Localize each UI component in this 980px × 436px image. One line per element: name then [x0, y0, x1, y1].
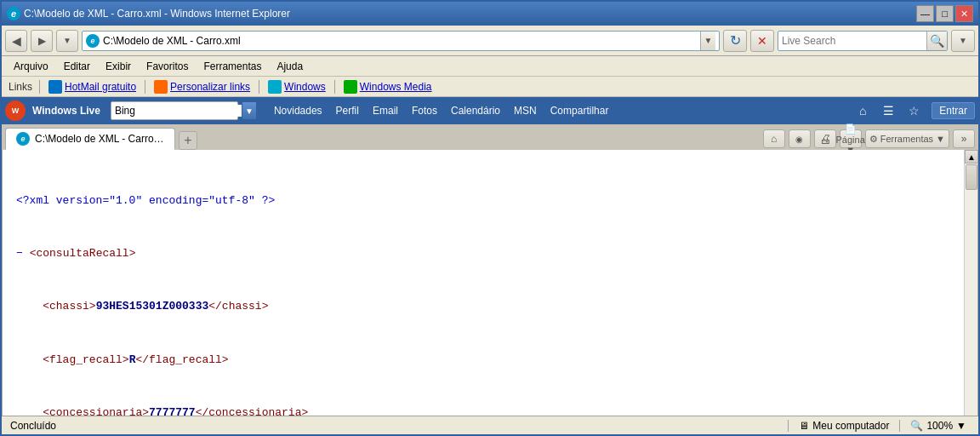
bing-search-wrapper: ▶ — [111, 101, 238, 120]
links-divider — [39, 80, 40, 94]
nav-perfil[interactable]: Perfil — [331, 105, 364, 117]
collapse-icon[interactable]: − — [16, 247, 23, 260]
bing-options-button[interactable]: ▼ — [242, 101, 257, 120]
new-tab-button[interactable]: + — [179, 131, 197, 150]
links-divider4 — [334, 80, 335, 94]
address-bar-wrapper: e ▼ — [82, 31, 720, 51]
menu-ferramentas[interactable]: Ferramentas — [197, 59, 268, 74]
msn-icon-btn-2[interactable]: ☰ — [877, 100, 899, 122]
search-input[interactable] — [778, 35, 926, 47]
status-zone: 🖥 Meu computador — [792, 420, 896, 432]
link-windows[interactable]: Windows — [263, 78, 331, 95]
menu-bar: Arquivo Editar Exibir Favoritos Ferramen… — [2, 56, 978, 77]
wmedia-label: Windows Media — [360, 81, 432, 93]
title-bar: e C:\Modelo de XML - Carro.xml - Windows… — [2, 2, 978, 26]
personalize-label: Personalizar links — [170, 81, 250, 93]
tab-feeds-button[interactable]: ◉ — [789, 129, 811, 148]
window-title: C:\Modelo de XML - Carro.xml - Windows I… — [24, 8, 290, 20]
search-button[interactable]: 🔍 — [926, 32, 947, 50]
title-bar-controls: — □ ✕ — [916, 5, 973, 22]
tab-expand-button[interactable]: » — [953, 129, 975, 148]
windows-live-logo: W — [5, 100, 26, 121]
msn-icon-btn-1[interactable]: ⌂ — [852, 100, 874, 122]
address-dropdown-button[interactable]: ▼ — [700, 32, 715, 50]
tab-label: C:\Modelo de XML - Carro.xml — [35, 133, 164, 145]
entrar-button[interactable]: Entrar — [932, 102, 975, 119]
windows-label: Windows — [284, 81, 326, 93]
xml-content: <?xml version="1.0" encoding="utf-8" ?> … — [16, 157, 964, 434]
menu-exibir[interactable]: Exibir — [99, 59, 138, 74]
title-bar-left: e C:\Modelo de XML - Carro.xml - Windows… — [7, 7, 290, 20]
maximize-button[interactable]: □ — [936, 5, 954, 22]
tab-tools-button[interactable]: ⚙ Ferramentas ▼ — [865, 129, 949, 148]
zone-label: Meu computador — [812, 420, 889, 432]
link-hotmail[interactable]: HotMail gratuito — [43, 78, 141, 95]
ie-icon: e — [7, 7, 20, 20]
tab-print-button[interactable]: 🖨 — [814, 129, 836, 148]
dropdown-history-button[interactable]: ▼ — [56, 30, 78, 52]
menu-favoritos[interactable]: Favoritos — [140, 59, 195, 74]
nav-email[interactable]: Email — [368, 105, 403, 117]
status-bar: Concluído 🖥 Meu computador 🔍 100% ▼ — [2, 416, 978, 434]
zoom-icon: 🔍 — [910, 420, 923, 432]
status-zoom: 🔍 100% ▼ — [903, 420, 973, 432]
computer-icon: 🖥 — [799, 420, 809, 432]
xml-line-flag: <flag_recall>R</flag_recall> — [16, 352, 964, 370]
links-bar: Links HotMail gratuito Personalizar link… — [2, 77, 978, 97]
scrollbar-thumb[interactable] — [966, 164, 977, 190]
address-ie-icon: e — [86, 34, 100, 48]
nav-calendario[interactable]: Calendário — [446, 105, 505, 117]
windows-live-text: Windows Live — [32, 105, 100, 117]
minimize-button[interactable]: — — [916, 5, 934, 22]
nav-fotos[interactable]: Fotos — [407, 105, 442, 117]
zoom-level: 100% — [926, 420, 953, 432]
status-text: Concluído — [7, 420, 784, 432]
xml-line-pi: <?xml version="1.0" encoding="utf-8" ?> — [16, 192, 964, 210]
personalize-icon — [154, 80, 168, 94]
msn-bar: W Windows Live ▶ ▼ Novidades Perfil Emai… — [2, 97, 978, 124]
search-options-button[interactable]: ▼ — [951, 30, 975, 52]
active-tab[interactable]: e C:\Modelo de XML - Carro.xml — [5, 128, 175, 150]
stop-button[interactable]: ✕ — [750, 30, 774, 52]
forward-button[interactable]: ▶ — [31, 30, 53, 52]
windows-icon — [268, 80, 282, 94]
menu-editar[interactable]: Editar — [57, 59, 97, 74]
menu-arquivo[interactable]: Arquivo — [7, 59, 55, 74]
hotmail-label: HotMail gratuito — [65, 81, 136, 93]
bing-input[interactable] — [111, 105, 246, 117]
nav-bar: ◀ ▶ ▼ e ▼ ↻ ✕ 🔍 ▼ — [2, 26, 978, 56]
tab-home-button[interactable]: ⌂ — [763, 129, 785, 148]
menu-ajuda[interactable]: Ajuda — [270, 59, 310, 74]
search-wrapper: 🔍 — [778, 31, 948, 51]
hotmail-icon — [48, 80, 62, 94]
browser-window: e C:\Modelo de XML - Carro.xml - Windows… — [0, 0, 980, 436]
xml-line-chassi: <chassi>93HES15301Z000333</chassi> — [16, 298, 964, 316]
close-button[interactable]: ✕ — [955, 5, 973, 22]
tab-ie-icon: e — [16, 132, 30, 146]
tab-bar-right: ⌂ ◉ 🖨 📄 Página ▼ ⚙ Ferramentas ▼ » — [197, 129, 975, 150]
nav-msn[interactable]: MSN — [509, 105, 542, 117]
content-area: <?xml version="1.0" encoding="utf-8" ?> … — [2, 150, 978, 434]
msn-icon-btn-3[interactable]: ☆ — [903, 100, 925, 122]
links-divider2 — [145, 80, 145, 94]
zoom-dropdown-button[interactable]: ▼ — [956, 420, 966, 432]
links-label: Links — [5, 81, 36, 93]
nav-novidades[interactable]: Novidades — [269, 105, 328, 117]
tab-page-button[interactable]: 📄 Página ▼ — [840, 129, 862, 148]
link-wmedia[interactable]: Windows Media — [339, 78, 437, 95]
refresh-button[interactable]: ↻ — [723, 30, 747, 52]
scroll-up-button[interactable]: ▲ — [965, 150, 978, 164]
tab-bar: e C:\Modelo de XML - Carro.xml + ⌂ ◉ 🖨 📄… — [2, 124, 978, 150]
scrollbar-vertical[interactable]: ▲ ▼ — [964, 150, 977, 434]
address-input[interactable] — [103, 35, 700, 47]
wmedia-icon — [344, 80, 357, 94]
links-divider3 — [259, 80, 259, 94]
link-personalize[interactable]: Personalizar links — [149, 78, 255, 95]
back-button[interactable]: ◀ — [5, 30, 27, 52]
xml-line-open: − <consultaRecall> — [16, 245, 964, 263]
nav-compartilhar[interactable]: Compartilhar — [545, 105, 614, 117]
